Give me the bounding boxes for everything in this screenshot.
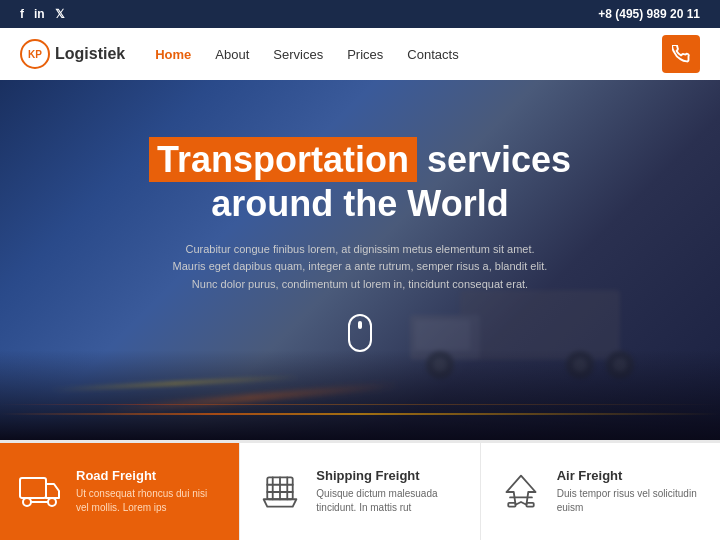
logo: KP Logistiek bbox=[20, 39, 125, 69]
nav-prices[interactable]: Prices bbox=[347, 47, 383, 62]
service-card-air[interactable]: Air Freight Duis tempor risus vel solici… bbox=[481, 443, 720, 540]
svg-point-11 bbox=[48, 498, 56, 506]
social-icons: f in 𝕏 bbox=[20, 7, 65, 21]
svg-rect-21 bbox=[526, 502, 533, 506]
air-freight-desc: Duis tempor risus vel solicitudin euism bbox=[557, 487, 702, 515]
logo-text: Logistiek bbox=[55, 45, 125, 63]
shipping-freight-info: Shipping Freight Quisque dictum malesuad… bbox=[316, 468, 461, 515]
road-line-2 bbox=[0, 404, 720, 405]
air-freight-icon-wrap bbox=[499, 470, 543, 514]
scroll-indicator bbox=[348, 314, 372, 352]
nav-links: Home About Services Prices Contacts bbox=[155, 47, 662, 62]
shipping-freight-name: Shipping Freight bbox=[316, 468, 461, 483]
scroll-dot bbox=[358, 321, 362, 329]
phone-icon bbox=[672, 45, 690, 63]
navbar: KP Logistiek Home About Services Prices … bbox=[0, 28, 720, 80]
services-strip: Road Freight Ut consequat rhoncus dui ni… bbox=[0, 440, 720, 540]
hero-content: Transportation services around the World… bbox=[149, 138, 571, 351]
hero-title-highlight: Transportation bbox=[149, 137, 417, 182]
road-freight-icon-wrap bbox=[18, 470, 62, 514]
nav-services[interactable]: Services bbox=[273, 47, 323, 62]
air-freight-name: Air Freight bbox=[557, 468, 702, 483]
truck-icon bbox=[18, 474, 62, 510]
air-freight-info: Air Freight Duis tempor risus vel solici… bbox=[557, 468, 702, 515]
plane-icon bbox=[499, 472, 543, 512]
svg-point-10 bbox=[23, 498, 31, 506]
hero-title-line2: around the World bbox=[211, 183, 508, 224]
svg-rect-9 bbox=[20, 478, 46, 498]
road-freight-desc: Ut consequat rhoncus dui nisi vel mollis… bbox=[76, 487, 221, 515]
hero-description: Curabitur congue finibus lorem, at digni… bbox=[170, 241, 550, 294]
search-button[interactable] bbox=[662, 35, 700, 73]
nav-home[interactable]: Home bbox=[155, 47, 191, 62]
road-line-1 bbox=[0, 413, 720, 415]
nav-about[interactable]: About bbox=[215, 47, 249, 62]
service-card-shipping[interactable]: Shipping Freight Quisque dictum malesuad… bbox=[240, 443, 480, 540]
road-freight-info: Road Freight Ut consequat rhoncus dui ni… bbox=[76, 468, 221, 515]
twitter-icon[interactable]: 𝕏 bbox=[55, 7, 65, 21]
shipping-freight-icon-wrap bbox=[258, 470, 302, 514]
hero-section: Transportation services around the World… bbox=[0, 80, 720, 440]
linkedin-icon[interactable]: in bbox=[34, 7, 45, 21]
road-overlay bbox=[0, 350, 720, 440]
shipping-freight-desc: Quisque dictum malesuada tincidunt. In m… bbox=[316, 487, 461, 515]
service-card-road[interactable]: Road Freight Ut consequat rhoncus dui ni… bbox=[0, 443, 240, 540]
top-bar: f in 𝕏 +8 (495) 989 20 11 bbox=[0, 0, 720, 28]
logo-circle: KP bbox=[20, 39, 50, 69]
nav-contacts[interactable]: Contacts bbox=[407, 47, 458, 62]
logo-initials: KP bbox=[28, 49, 42, 60]
hero-title: Transportation services around the World bbox=[149, 138, 571, 224]
facebook-icon[interactable]: f bbox=[20, 7, 24, 21]
svg-rect-20 bbox=[508, 502, 515, 506]
ship-icon bbox=[258, 472, 302, 512]
phone-number: +8 (495) 989 20 11 bbox=[598, 7, 700, 21]
road-freight-name: Road Freight bbox=[76, 468, 221, 483]
